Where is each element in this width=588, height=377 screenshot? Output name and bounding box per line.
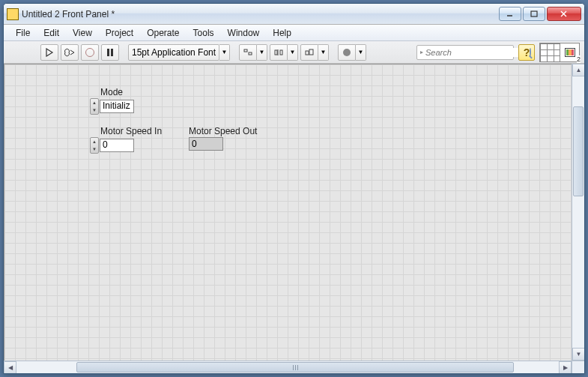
menu-project[interactable]: Project (100, 26, 139, 40)
vertical-scrollbar[interactable]: ▲ ▼ (572, 64, 584, 361)
svg-rect-7 (280, 50, 282, 55)
hscroll-thumb[interactable] (76, 362, 514, 373)
motor-speed-in-value[interactable]: 0 (100, 139, 134, 152)
vi-icon[interactable]: 2 (560, 43, 580, 62)
pause-icon (107, 49, 113, 56)
hscroll-track[interactable] (16, 361, 559, 373)
scroll-right-button[interactable]: ▶ (559, 361, 572, 374)
content-area: Mode ▲▼ Initializ Motor Speed In ▲▼ 0 Mo… (4, 64, 584, 361)
mode-control[interactable]: ▲▼ Initializ (90, 98, 134, 115)
connector-pane[interactable] (539, 43, 560, 62)
reorder-dropdown[interactable]: ▼ (356, 44, 366, 61)
mode-label: Mode (100, 87, 123, 97)
menu-window[interactable]: Window (222, 26, 266, 40)
svg-rect-5 (249, 52, 252, 55)
motor-speed-out-value: 0 (189, 137, 223, 151)
window-title: Untitled 2 Front Panel * (22, 9, 499, 19)
menu-help[interactable]: Help (267, 26, 297, 40)
vi-icon-image (565, 48, 575, 57)
motor-speed-out-label: Motor Speed Out (189, 126, 257, 136)
search-box[interactable]: ▸ (416, 45, 514, 60)
vscroll-thumb[interactable] (573, 106, 584, 196)
align-button[interactable] (239, 44, 257, 61)
scroll-corner (572, 361, 584, 373)
menu-tools[interactable]: Tools (187, 26, 220, 40)
vi-index: 2 (577, 55, 581, 63)
menu-file[interactable]: File (10, 26, 36, 40)
svg-rect-9 (306, 51, 309, 55)
context-help-button[interactable]: ? (518, 44, 535, 61)
minimize-button[interactable] (499, 7, 521, 21)
svg-rect-1 (531, 11, 537, 16)
svg-rect-10 (309, 49, 313, 55)
motor-speed-in-label: Motor Speed In (100, 126, 162, 136)
menubar: File Edit View Project Operate Tools Win… (4, 25, 584, 41)
search-arrow-icon: ▸ (420, 49, 423, 55)
app-window: Untitled 2 Front Panel * File Edit View … (3, 3, 585, 374)
vscroll-track[interactable] (572, 76, 584, 348)
align-dropdown[interactable]: ▼ (257, 44, 267, 61)
maximize-button[interactable] (523, 7, 545, 21)
pause-button[interactable] (101, 44, 119, 61)
resize-dropdown[interactable]: ▼ (318, 44, 329, 61)
font-dropdown[interactable]: ▼ (219, 44, 230, 61)
abort-icon (85, 48, 94, 57)
run-button[interactable] (40, 44, 58, 61)
distribute-dropdown[interactable]: ▼ (288, 44, 298, 61)
close-button[interactable] (547, 7, 581, 21)
menu-edit[interactable]: Edit (37, 26, 65, 40)
svg-rect-4 (244, 49, 247, 52)
mode-value[interactable]: Initializ (100, 100, 134, 113)
svg-rect-6 (275, 50, 277, 55)
menu-view[interactable]: View (67, 26, 98, 40)
motor-speed-in-spin-arrows[interactable]: ▲▼ (90, 137, 99, 154)
scroll-up-button[interactable]: ▲ (572, 64, 585, 76)
search-input[interactable] (425, 48, 530, 57)
horizontal-scrollbar[interactable]: ◀ ▶ (4, 361, 572, 373)
run-continuous-button[interactable] (61, 44, 79, 61)
resize-button[interactable] (300, 44, 318, 61)
font-selector[interactable]: 15pt Application Font (128, 44, 219, 61)
menu-operate[interactable]: Operate (141, 26, 185, 40)
vi-icon-connector[interactable]: 2 (539, 43, 580, 62)
motor-speed-out-indicator: 0 (189, 137, 223, 151)
gear-icon (343, 49, 351, 56)
search-icon[interactable] (530, 48, 531, 56)
toolbar: 15pt Application Font ▼ ▼ ▼ ▼ ▼ ▸ ? 2 (4, 41, 584, 64)
reorder-button[interactable] (338, 44, 356, 61)
labview-icon (7, 8, 19, 20)
titlebar[interactable]: Untitled 2 Front Panel * (4, 4, 584, 25)
front-panel-canvas[interactable]: Mode ▲▼ Initializ Motor Speed In ▲▼ 0 Mo… (4, 64, 572, 361)
distribute-button[interactable] (270, 44, 288, 61)
scroll-left-button[interactable]: ◀ (4, 361, 16, 374)
scroll-down-button[interactable]: ▼ (572, 348, 585, 361)
abort-button[interactable] (81, 44, 99, 61)
motor-speed-in-control[interactable]: ▲▼ 0 (90, 137, 134, 154)
mode-spin-arrows[interactable]: ▲▼ (90, 98, 99, 115)
font-label: 15pt Application Font (132, 47, 216, 58)
